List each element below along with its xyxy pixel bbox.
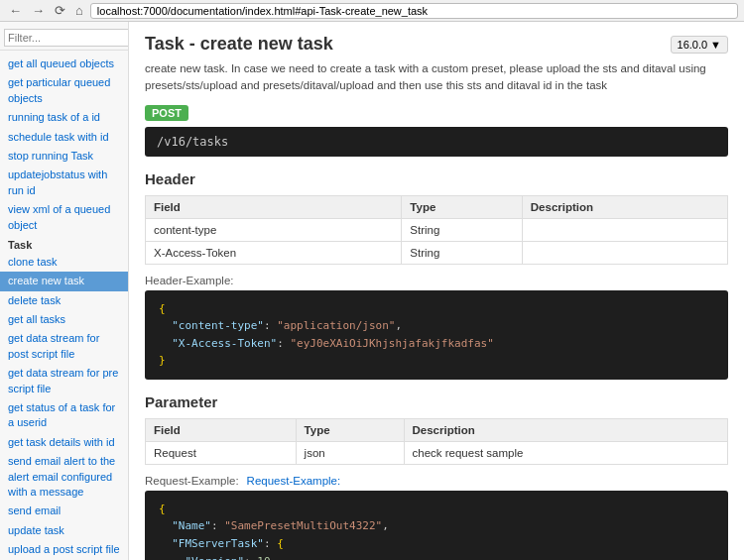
sidebar-item-update-task[interactable]: update task <box>0 521 128 540</box>
param-col-desc: Description <box>404 418 727 441</box>
header-desc-1 <box>522 218 727 241</box>
endpoint-box: /v16/tasks <box>145 127 728 157</box>
header-table: Field Type Description content-type Stri… <box>145 195 728 265</box>
sidebar-item-delete-task[interactable]: delete task <box>0 291 128 310</box>
api-description: create new task. In case we need to crea… <box>145 60 728 95</box>
table-row: Request json check request sample <box>146 441 728 464</box>
version-label: 16.0.0 <box>678 39 708 51</box>
sidebar-item-task-details[interactable]: get task details with id <box>0 433 128 452</box>
sidebar-item-schedule[interactable]: schedule task with id <box>0 128 128 147</box>
sidebar-item-create-task[interactable]: create new task <box>0 272 128 290</box>
parameter-table: Field Type Description Request json chec… <box>145 418 728 465</box>
sidebar: X get all queued objects get particular … <box>0 22 129 560</box>
table-row: X-Access-Token String <box>146 241 728 264</box>
version-badge[interactable]: 16.0.0 ▼ <box>671 36 728 54</box>
sidebar-item-status-userid[interactable]: get status of a task for a userid <box>0 398 128 433</box>
header-field-2: X-Access-Token <box>146 241 402 264</box>
filter-input[interactable] <box>4 29 129 47</box>
version-chevron: ▼ <box>710 39 721 51</box>
sidebar-item-updatejob[interactable]: updatejobstatus with run id <box>0 166 128 200</box>
header-section-title: Header <box>145 170 728 187</box>
content-area: Task - create new task 16.0.0 ▼ create n… <box>129 22 744 560</box>
param-desc-1: check request sample <box>404 441 727 464</box>
table-row: content-type String <box>146 218 728 241</box>
home-button[interactable]: ⌂ <box>72 3 86 18</box>
sidebar-item-running-task[interactable]: running task of a id <box>0 108 128 127</box>
page-title-row: Task - create new task 16.0.0 ▼ <box>145 34 728 55</box>
reload-button[interactable]: ⟳ <box>52 3 68 18</box>
header-example-label: Header-Example: <box>145 275 728 286</box>
sidebar-task-header: Task <box>0 235 128 253</box>
filter-container: X <box>0 26 128 51</box>
sidebar-item-data-pre[interactable]: get data stream for pre script file <box>0 364 128 398</box>
back-button[interactable]: ← <box>6 3 25 18</box>
param-field-1: Request <box>146 441 297 464</box>
header-desc-2 <box>522 241 727 264</box>
sidebar-item-clone-task[interactable]: clone task <box>0 253 128 272</box>
param-col-type: Type <box>296 418 404 441</box>
sidebar-item-get-all-tasks[interactable]: get all tasks <box>0 310 128 329</box>
header-type-2: String <box>402 241 522 264</box>
req-example-row: Request-Example: Request-Example: <box>145 475 728 487</box>
header-col-type: Type <box>402 195 522 218</box>
header-col-field: Field <box>146 195 402 218</box>
param-type-1: json <box>296 441 404 464</box>
sidebar-item-upload-post[interactable]: upload a post script file <box>0 540 128 559</box>
parameter-section-title: Parameter <box>145 393 728 410</box>
url-bar[interactable] <box>90 3 738 19</box>
forward-button[interactable]: → <box>29 3 48 18</box>
header-type-1: String <box>402 218 522 241</box>
req-example-link[interactable]: Request-Example: <box>247 475 341 487</box>
sidebar-item-data-post[interactable]: get data stream for post script file <box>0 329 128 364</box>
req-example-label: Request-Example: <box>145 475 239 487</box>
browser-toolbar: ← → ⟳ ⌂ <box>0 0 744 22</box>
sidebar-item-get-all-queued[interactable]: get all queued objects <box>0 55 128 73</box>
sidebar-item-get-particular[interactable]: get particular queued objects <box>0 73 128 108</box>
header-example-code: { "content-type": "application/json", "X… <box>145 290 728 380</box>
header-field-1: content-type <box>146 218 402 241</box>
page-title: Task - create new task <box>145 34 333 55</box>
sidebar-item-view-xml[interactable]: view xml of a queued object <box>0 200 128 235</box>
param-col-field: Field <box>146 418 297 441</box>
header-col-desc: Description <box>522 195 727 218</box>
sidebar-item-stop[interactable]: stop running Task <box>0 147 128 166</box>
method-badge: POST <box>145 105 188 121</box>
request-example-code: { "Name": "SamePresetMultiOut4322", "FMS… <box>145 491 728 560</box>
sidebar-section-1: get all queued objects get particular qu… <box>0 55 128 235</box>
sidebar-item-send-alert[interactable]: send email alert to the alert email conf… <box>0 452 128 502</box>
sidebar-item-send-email[interactable]: send email <box>0 502 128 520</box>
sidebar-section-task: Task clone task create new task delete t… <box>0 235 128 560</box>
main-layout: X get all queued objects get particular … <box>0 22 744 560</box>
